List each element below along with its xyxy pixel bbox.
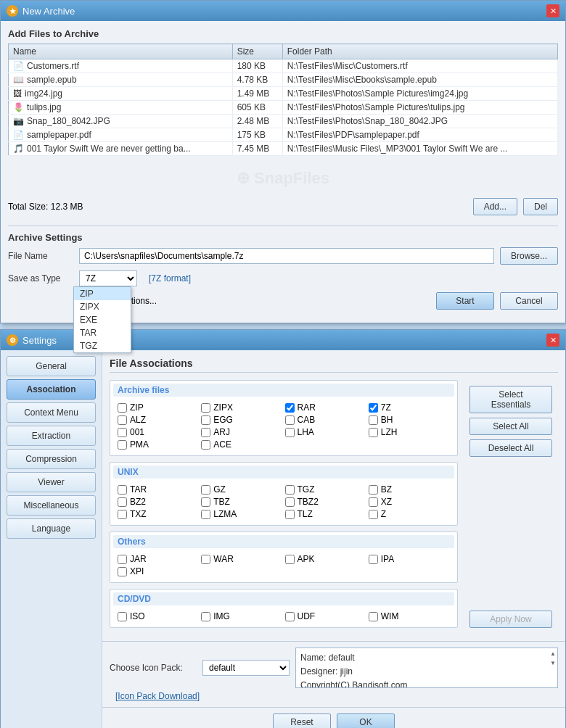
file-path-cell: N:\TestFiles\Misc\Customers.rtf [282, 59, 557, 73]
cb-xz: XZ [369, 497, 450, 507]
table-bottom-bar: Total Size: 12.3 MB Add... Del [8, 195, 558, 218]
col-size: Size [232, 44, 282, 59]
others-checkboxes: JAR WAR APK IPA XPI [113, 551, 454, 579]
archive-checkboxes: ZIP ZIPX RAR 7Z ALZ EGG CAB BH 001 ARJ [113, 400, 454, 452]
sidebar-language[interactable]: Language [7, 518, 96, 539]
settings-main: File Associations Archive files ZIP ZIPX [102, 350, 565, 728]
dropdown-zip[interactable]: ZIP [74, 287, 131, 300]
cddvd-section: CD/DVD ISO IMG UDF WIM [110, 589, 458, 628]
sidebar-viewer[interactable]: Viewer [7, 472, 96, 492]
browse-button[interactable]: Browse... [500, 247, 558, 265]
right-panel: Select Essentials Select All Deselect Al… [464, 380, 558, 634]
archive-title-bar: ★ New Archive ✕ [1, 1, 565, 21]
select-all-button[interactable]: Select All [469, 418, 552, 435]
dropdown-menu: ZIP ZIPX EXE TAR TGZ [73, 286, 131, 353]
settings-layout: General Association Context Menu Extract… [1, 350, 565, 728]
settings-close-button[interactable]: ✕ [546, 334, 559, 347]
cb-zipx: ZIPX [201, 402, 282, 413]
cb-bh: BH [369, 415, 450, 425]
cb-txz: TXZ [118, 509, 199, 519]
cb-arj: ARJ [201, 427, 282, 437]
file-size-cell: 7.45 MB [232, 142, 282, 156]
start-button[interactable]: Start [436, 292, 494, 310]
icon-pack-row: Choose Icon Pack: default Name: default … [110, 648, 558, 688]
cb-ipa: IPA [369, 554, 450, 564]
files-table: Name Size Folder Path 📄Customers.rtf 180… [8, 44, 558, 156]
total-size-label: Total Size: [8, 202, 48, 212]
cb-tbz: TBZ [201, 497, 282, 507]
cb-bz-unix: BZ [369, 484, 450, 495]
cb-apk: APK [285, 554, 366, 564]
content-title: File Associations [110, 357, 558, 373]
reset-button[interactable]: Reset [273, 713, 331, 728]
archive-settings: Archive Settings File Name Browse... Sav… [8, 226, 558, 310]
cb-001: 001 [118, 427, 199, 437]
download-link: [Icon Pack Download] [115, 691, 558, 701]
sidebar-association[interactable]: Association [7, 379, 96, 400]
archive-close-button[interactable]: ✕ [546, 4, 559, 17]
table-row: 📷Snap_180_8042.JPG 2.48 MB N:\TestFiles\… [9, 115, 558, 128]
file-name-input[interactable] [79, 248, 494, 264]
file-name-cell: 🎵001 Taylor Swift We are never getting b… [9, 142, 233, 156]
sidebar-compression[interactable]: Compression [7, 449, 96, 469]
scroll-up-arrow[interactable]: ▲ [550, 650, 556, 659]
file-path-cell: N:\TestFiles\Misc\Ebooks\sample.epub [282, 73, 557, 87]
scroll-down-arrow[interactable]: ▼ [550, 659, 556, 669]
cb-iso: ISO [118, 611, 199, 621]
add-button[interactable]: Add... [473, 198, 517, 215]
cb-egg: EGG [201, 415, 282, 425]
sidebar-context-menu[interactable]: Context Menu [7, 402, 96, 423]
cb-tlz: TLZ [285, 509, 366, 519]
ok-button[interactable]: OK [337, 713, 395, 728]
select-essentials-button[interactable]: Select Essentials [469, 386, 552, 413]
file-name-cell: 📷Snap_180_8042.JPG [9, 115, 233, 128]
file-path-cell: N:\TestFiles\PDF\samplepaper.pdf [282, 128, 557, 142]
file-size-cell: 605 KB [232, 101, 282, 115]
table-row: 🌷tulips.jpg 605 KB N:\TestFiles\Photos\S… [9, 101, 558, 115]
others-section-title: Others [113, 535, 454, 548]
table-row: 📄samplepaper.pdf 175 KB N:\TestFiles\PDF… [9, 128, 558, 142]
bottom-section: Choose Icon Pack: default Name: default … [102, 641, 565, 707]
icon-pack-download-link[interactable]: [Icon Pack Download] [115, 691, 200, 701]
sidebar-miscellaneous[interactable]: Miscellaneous [7, 495, 96, 516]
dropdown-tar[interactable]: TAR [74, 326, 131, 339]
cancel-button[interactable]: Cancel [500, 292, 558, 310]
cb-udf: UDF [285, 611, 366, 621]
cddvd-section-title: CD/DVD [113, 592, 454, 605]
icon-pack-select[interactable]: default [202, 660, 290, 676]
file-name-row: File Name Browse... [8, 247, 558, 265]
cb-alz: ALZ [118, 415, 199, 425]
archive-body: Add Files to Archive Name Size Folder Pa… [1, 21, 565, 323]
sidebar-general[interactable]: General [7, 356, 96, 376]
unix-section: UNIX TAR GZ TGZ BZ BZ2 TBZ TBZ2 XZ [110, 462, 458, 526]
cb-lha: LHA [285, 427, 366, 437]
sidebar-extraction[interactable]: Extraction [7, 426, 96, 446]
settings-body: General Association Context Menu Extract… [1, 350, 565, 728]
table-row: 📄Customers.rtf 180 KB N:\TestFiles\Misc\… [9, 59, 558, 73]
apply-now-button[interactable]: Apply Now [469, 611, 552, 628]
cb-wim: WIM [369, 611, 450, 621]
table-row: 🎵001 Taylor Swift We are never getting b… [9, 142, 558, 156]
format-select[interactable]: 7Z ZIP ZIPX EXE TAR TGZ [79, 270, 137, 286]
dropdown-zipx[interactable]: ZIPX [74, 300, 131, 313]
cb-bz2: BZ2 [118, 497, 199, 507]
file-path-cell: N:\TestFiles\Photos\Sample Pictures\img2… [282, 87, 557, 101]
table-row: 🖼img24.jpg 1.49 MB N:\TestFiles\Photos\S… [9, 87, 558, 101]
cb-lzh: LZH [369, 427, 450, 437]
archive-section: Archive files ZIP ZIPX RAR 7Z ALZ EGG CA… [110, 380, 458, 456]
cb-tgz: TGZ [285, 484, 366, 495]
del-button[interactable]: Del [523, 198, 558, 215]
cddvd-checkboxes: ISO IMG UDF WIM [113, 608, 454, 624]
cb-img: IMG [201, 611, 282, 621]
total-size: Total Size: 12.3 MB [8, 202, 83, 212]
save-type-row: Save as Type 7Z ZIP ZIPX EXE TAR TGZ [7Z… [8, 270, 558, 286]
watermark: ⊕ SnapFiles [8, 162, 558, 195]
checkboxes-area: Archive files ZIP ZIPX RAR 7Z ALZ EGG CA… [110, 380, 458, 634]
cb-gz: GZ [201, 484, 282, 495]
deselect-all-button[interactable]: Deselect All [469, 439, 552, 457]
dropdown-tgz[interactable]: TGZ [74, 339, 131, 352]
file-size-cell: 180 KB [232, 59, 282, 73]
dropdown-exe[interactable]: EXE [74, 313, 131, 326]
file-path-cell: N:\TestFiles\Music Files\_MP3\001 Taylor… [282, 142, 557, 156]
cb-zip: ZIP [118, 402, 199, 413]
